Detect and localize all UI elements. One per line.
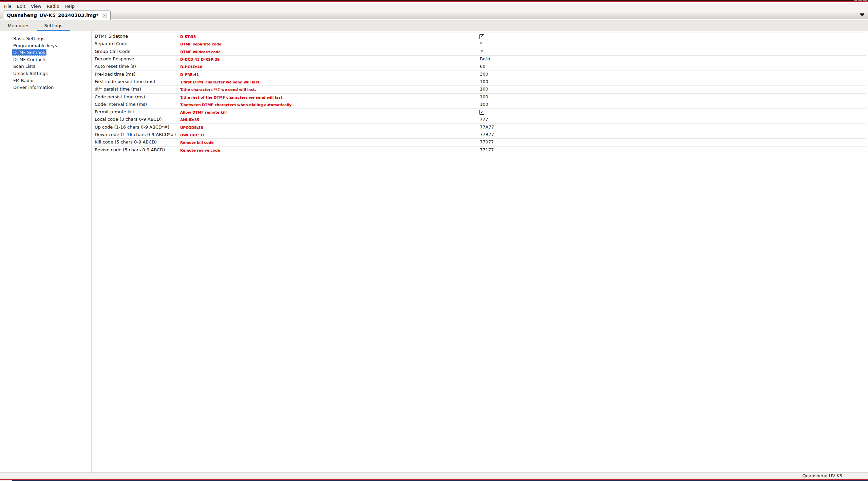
menu-edit[interactable]: Edit [14,3,28,9]
setting-label: Group Call Code [95,49,130,54]
setting-comment: ANI-ID:35 [180,118,200,122]
settings-row: Code interval time (ms)T.between DTMF ch… [93,101,866,109]
setting-comment: T.between DTMF characters when dialing a… [180,103,293,107]
setting-value[interactable]: 100 [480,94,488,99]
setting-comment: T.the characters */# we send will last. [180,88,256,92]
setting-value[interactable]: 77A77 [480,124,494,130]
setting-label: Permit remote kill [95,109,134,114]
setting-value[interactable]: Both [480,56,490,61]
settings-row: First code persist time (ms)T.first DTMF… [93,78,866,86]
setting-label: Code interval time (ms) [95,102,147,107]
settings-row: Local code (3 chars 0-9 ABCD)ANI-ID:3577… [93,116,866,123]
settings-row: Decode ResponseD-DCD:43 D-RSP:39Both [93,56,866,63]
settings-row: Auto reset time (s)D-HOLD:4060 [93,63,866,71]
setting-comment: DWCODE:37 [180,133,205,137]
setting-label: Local code (3 chars 0-9 ABCD) [95,117,162,122]
setting-comment: DTMF wildcard code [180,50,221,54]
setting-label: Up code (1-16 chars 0-9 ABCD*#) [95,124,169,130]
menu-help[interactable]: Help [62,3,77,9]
setting-comment: D-PRE:41 [180,73,199,77]
setting-label: Revive code (5 chars 0-9 ABCD) [95,147,165,152]
sidebar-item-fm-radio[interactable]: FM Radio [12,77,35,84]
setting-comment: D-ST:38 [180,35,196,39]
setting-comment: UPCODE:36 [180,126,203,130]
setting-label: #/* persist time (ms) [95,86,141,92]
sidebar-item-basic-settings[interactable]: Basic Settings [12,35,46,42]
tab-close-icon[interactable]: × [102,13,107,18]
status-radio-model: Quansheng UV-K5 [803,473,842,478]
setting-label: DTMF Sidetone [95,34,128,39]
minimize-button[interactable] [854,0,857,1]
value-column-divider [478,33,478,154]
menu-file[interactable]: File [1,3,14,9]
menu-view[interactable]: View [28,3,44,9]
setting-value[interactable]: 77077 [480,139,494,145]
setting-checkbox[interactable]: ✓ [479,34,484,39]
settings-row: Up code (1-16 chars 0-9 ABCD*#)UPCODE:36… [93,124,866,131]
setting-comment: D-DCD:43 D-RSP:39 [180,57,220,61]
settings-table: DTMF SidetoneD-ST:38✓Separate CodeDTMF s… [93,33,866,154]
settings-row: Separate CodeDTMF separate code* [93,40,866,48]
pane-divider[interactable] [91,31,92,473]
setting-comment: D-HOLD:40 [180,65,202,69]
setting-value[interactable]: 60 [480,64,486,69]
setting-comment: T.the rest of the DTMF characters we sen… [180,95,284,99]
menu-radio[interactable]: Radio [44,3,62,9]
settings-row: Revive code (5 chars 0-9 ABCD)Remote rev… [93,147,866,154]
file-tab-title: Quansheng_UV-K5_20240303.img* [7,13,99,18]
setting-label: Decode Response [95,56,134,61]
settings-row: #/* persist time (ms)T.the characters */… [93,86,866,93]
setting-comment: Allow DTMF remote kill [180,110,227,114]
setting-value[interactable]: 100 [480,102,488,107]
tab-settings[interactable]: Settings [37,20,70,31]
content-area: Basic SettingsProgrammable keysDTMF Sett… [0,31,868,473]
tab-list-dropdown-icon[interactable] [860,13,864,16]
setting-value[interactable]: # [480,49,484,54]
setting-value[interactable]: * [480,41,482,46]
sidebar-item-dtmf-settings[interactable]: DTMF Settings [12,49,46,56]
file-tab-strip: Quansheng_UV-K5_20240303.img* × [0,10,868,19]
window-titlebar [0,0,868,2]
settings-row: Permit remote killAllow DTMF remote kill… [93,109,866,116]
maximize-button[interactable] [858,0,862,1]
setting-value[interactable]: 100 [480,79,488,84]
close-button[interactable] [863,0,867,1]
setting-label: Pre-load time (ms) [95,72,135,77]
setting-label: Separate Code [95,41,127,46]
setting-value[interactable]: 77177 [480,147,494,152]
menu-bar: FileEditViewRadioHelp [0,3,868,10]
settings-row: DTMF SidetoneD-ST:38✓ [93,33,866,40]
settings-row: Group Call CodeDTMF wildcard code# [93,48,866,56]
sidebar-item-driver-information[interactable]: Driver information [12,84,55,91]
sidebar-item-dtmf-contacts[interactable]: DTMF Contacts [12,56,48,63]
window-controls[interactable] [854,0,867,1]
checkmark-icon: ✓ [480,109,484,114]
settings-row: Code persist time (ms)T.the rest of the … [93,94,866,101]
setting-checkbox[interactable]: ✓ [479,110,484,115]
setting-value[interactable]: 77B77 [480,132,494,137]
setting-value[interactable]: 300 [480,72,488,77]
setting-comment: Remote revive code [180,148,220,152]
setting-comment: DTMF separate code [180,42,221,46]
settings-sidebar: Basic SettingsProgrammable keysDTMF Sett… [0,31,91,473]
sidebar-item-scan-lists[interactable]: Scan Lists [12,63,37,70]
checkmark-icon: ✓ [480,34,484,39]
sidebar-item-unlock-settings[interactable]: Unlock Settings [12,70,49,77]
setting-value[interactable]: 777 [480,117,488,122]
view-tabs: MemoriesSettings [0,20,868,31]
chirp-window: FileEditViewRadioHelp Quansheng_UV-K5_20… [0,0,868,481]
tab-memories[interactable]: Memories [0,20,37,31]
settings-row: Down code (1-16 chars 0-9 ABCD*#)DWCODE:… [93,131,866,139]
sidebar-item-programmable-keys[interactable]: Programmable keys [12,42,58,49]
setting-value[interactable]: 100 [480,86,488,92]
setting-label: Kill code (5 chars 0-9 ABCD) [95,139,157,145]
settings-row: Kill code (5 chars 0-9 ABCD)Remote kill … [93,139,866,146]
setting-comment: Remote kill code [180,140,214,145]
setting-label: Code persist time (ms) [95,94,145,99]
status-bar: Quansheng UV-K5 [0,473,868,479]
setting-label: Auto reset time (s) [95,64,136,69]
settings-row: Pre-load time (ms)D-PRE:41300 [93,71,866,78]
setting-label: First code persist time (ms) [95,79,155,84]
setting-comment: T.first DTMF character we send will last… [180,80,261,84]
file-tab[interactable]: Quansheng_UV-K5_20240303.img* × [3,11,111,20]
